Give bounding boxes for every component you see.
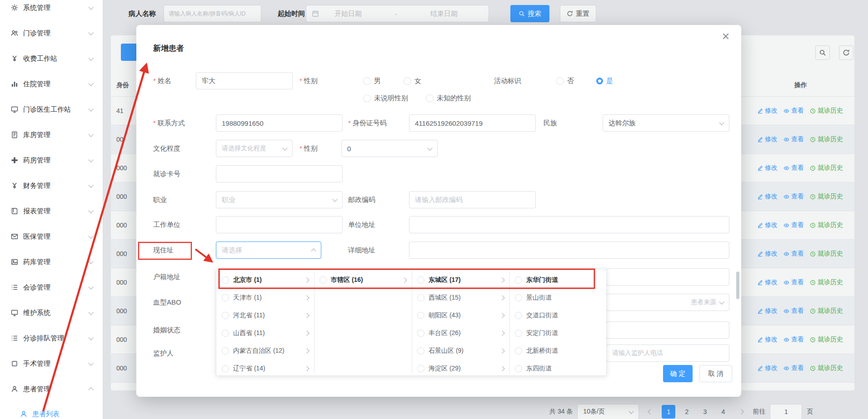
gender-unknown-radio[interactable]: 未知的性别 <box>426 89 471 107</box>
education-select[interactable]: 请选择文化程度 <box>216 140 293 157</box>
goto-page-input[interactable]: 1 <box>770 404 802 419</box>
active-yes-radio[interactable]: 是 <box>596 72 613 89</box>
edit-link[interactable]: 修改 <box>757 307 778 315</box>
idcard-input[interactable]: 411625192602039719 <box>409 114 536 132</box>
sidebar-item-patient-list[interactable]: 患者列表 <box>0 402 103 419</box>
reset-button[interactable]: 重置 <box>560 5 596 22</box>
ethnicity-select[interactable]: 达斡尔族 <box>603 114 729 132</box>
view-link[interactable]: 查看 <box>783 192 804 201</box>
cascader-option-haidian[interactable]: 海淀区 (29) <box>412 360 509 374</box>
unit-address-input[interactable] <box>409 216 729 233</box>
edit-link[interactable]: 修改 <box>757 192 778 201</box>
occupation-select[interactable]: 职业 <box>216 191 343 208</box>
card-number-input[interactable] <box>216 165 343 182</box>
table-refresh-button[interactable] <box>839 45 853 60</box>
cascader-option-tianjin[interactable]: 天津市 (1) <box>216 289 314 306</box>
view-link[interactable]: 查看 <box>783 278 804 286</box>
guardian-phone-input[interactable]: 请输入监护人电话 <box>606 345 729 362</box>
edit-link[interactable]: 修改 <box>757 164 778 172</box>
cascader-option-fengtai[interactable]: 丰台区 (26) <box>412 324 509 342</box>
edit-link[interactable]: 修改 <box>757 221 778 229</box>
page-number-2[interactable]: 2 <box>680 405 693 419</box>
cascader-option-shanxi[interactable]: 山西省 (11) <box>216 324 314 342</box>
cascader-option-beixinqiao[interactable]: 北新桥街道 <box>509 342 607 360</box>
cascader-option-dongcheng[interactable]: 东城区 (17) <box>412 271 509 289</box>
view-link[interactable]: 查看 <box>783 164 804 172</box>
visit-history-link[interactable]: 就诊历史 <box>810 364 843 372</box>
view-link[interactable]: 查看 <box>783 364 804 372</box>
next-page-button[interactable] <box>734 405 748 419</box>
cascader-option-donghuamen[interactable]: 东华门街道 <box>509 271 607 289</box>
cascader-option-jiaodaokou[interactable]: 交道口街道 <box>509 306 607 324</box>
edit-link[interactable]: 修改 <box>757 107 778 115</box>
sidebar-item-inpatient[interactable]: 住院管理 <box>0 71 103 97</box>
date-range-picker[interactable]: 开始日期 - 结束日期 <box>306 5 489 22</box>
view-link[interactable]: 查看 <box>783 107 804 115</box>
edit-link[interactable]: 修改 <box>757 135 778 143</box>
page-number-4[interactable]: 4 <box>716 405 730 419</box>
contact-input[interactable]: 19880991650 <box>216 114 343 132</box>
close-icon[interactable]: ✕ <box>719 30 732 43</box>
prev-page-button[interactable] <box>644 405 657 419</box>
edit-link[interactable]: 修改 <box>757 364 778 372</box>
view-link[interactable]: 查看 <box>783 250 804 258</box>
sidebar-item-doctor-station[interactable]: 门诊医生工作站 <box>0 97 103 122</box>
cascader-option-hebei[interactable]: 河北省 (11) <box>216 306 314 324</box>
sidebar-item-maintenance[interactable]: 维护系统 <box>0 300 103 325</box>
current-address-cascader[interactable]: 请选择 <box>216 242 321 259</box>
gender-male-radio[interactable]: 男 <box>363 72 381 89</box>
page-size-select[interactable]: 10条/页 <box>577 404 639 419</box>
sidebar-item-patient-mgmt[interactable]: 患者管理 <box>0 376 103 402</box>
cascader-option-neimenggu[interactable]: 内蒙古自治区 (12) <box>216 342 314 360</box>
name-input[interactable]: 牢大 <box>196 72 293 89</box>
cascader-option-shijingshan[interactable]: 石景山区 (9) <box>412 342 509 360</box>
confirm-button[interactable]: 确 定 <box>663 365 693 382</box>
household-address-input[interactable] <box>606 268 729 286</box>
visit-history-link[interactable]: 就诊历史 <box>810 278 843 286</box>
page-number-3[interactable]: 3 <box>698 405 712 419</box>
view-link[interactable]: 查看 <box>783 135 804 143</box>
cascader-option-dongsi[interactable]: 东四街道 <box>509 360 607 374</box>
cascader-option-liaoning[interactable]: 辽宁省 (14) <box>216 360 314 374</box>
cascader-option-xicheng[interactable]: 西城区 (15) <box>412 289 509 306</box>
gender2-select[interactable]: 0 <box>341 140 438 157</box>
visit-history-link[interactable]: 就诊历史 <box>810 307 843 315</box>
sidebar-item-surgery[interactable]: 手术管理 <box>0 351 103 376</box>
page-number-1[interactable]: 1 <box>662 405 675 419</box>
sidebar-item-charging[interactable]: 收费工作站 <box>0 46 103 71</box>
work-unit-input[interactable] <box>216 216 343 233</box>
sidebar-item-reports[interactable]: 报表管理 <box>0 198 103 224</box>
visit-history-link[interactable]: 就诊历史 <box>810 135 843 143</box>
gender-unstated-radio[interactable]: 未说明性别 <box>363 89 408 107</box>
view-link[interactable]: 查看 <box>783 335 804 344</box>
visit-history-link[interactable]: 就诊历史 <box>810 164 843 172</box>
postal-input[interactable]: 请输入邮政编码 <box>409 191 536 208</box>
sidebar-item-insurance[interactable]: 医保管理 <box>0 224 103 249</box>
sidebar-item-triage-queue[interactable]: 分诊排队管理 <box>0 325 103 351</box>
marital-status-input[interactable] <box>606 321 729 339</box>
sidebar-item-outpatient[interactable]: 门诊管理 <box>0 20 103 46</box>
view-link[interactable]: 查看 <box>783 221 804 229</box>
edit-link[interactable]: 修改 <box>757 335 778 344</box>
gender-female-radio[interactable]: 女 <box>404 72 421 89</box>
patient-name-input[interactable]: 请输入病人名称/拼音码/病人ID <box>164 5 261 22</box>
search-button[interactable]: 搜索 <box>510 5 549 22</box>
view-link[interactable]: 查看 <box>783 307 804 315</box>
cascader-option-beijing[interactable]: 北京市 (1) <box>216 271 314 289</box>
visit-history-link[interactable]: 就诊历史 <box>810 250 843 258</box>
visit-history-link[interactable]: 就诊历史 <box>810 221 843 229</box>
visit-history-link[interactable]: 就诊历史 <box>810 107 843 115</box>
cascader-option-andingmen[interactable]: 安定门街道 <box>509 324 607 342</box>
cascader-option-jingshan[interactable]: 景山街道 <box>509 289 607 306</box>
edit-link[interactable]: 修改 <box>757 278 778 286</box>
table-search-button[interactable] <box>815 45 830 60</box>
patient-source-select[interactable]: 患者来源 <box>606 294 729 311</box>
sidebar-item-consultation[interactable]: 会诊管理 <box>0 275 103 300</box>
sidebar-item-drug-store[interactable]: 药库管理 <box>0 249 103 275</box>
visit-history-link[interactable]: 就诊历史 <box>810 335 843 344</box>
sidebar-item-warehouse[interactable]: 库房管理 <box>0 122 103 148</box>
modal-scrollbar[interactable] <box>736 271 739 299</box>
sidebar-item-system[interactable]: 系统管理 <box>0 0 103 20</box>
sidebar-item-finance[interactable]: 财务管理 <box>0 173 103 198</box>
edit-link[interactable]: 修改 <box>757 250 778 258</box>
